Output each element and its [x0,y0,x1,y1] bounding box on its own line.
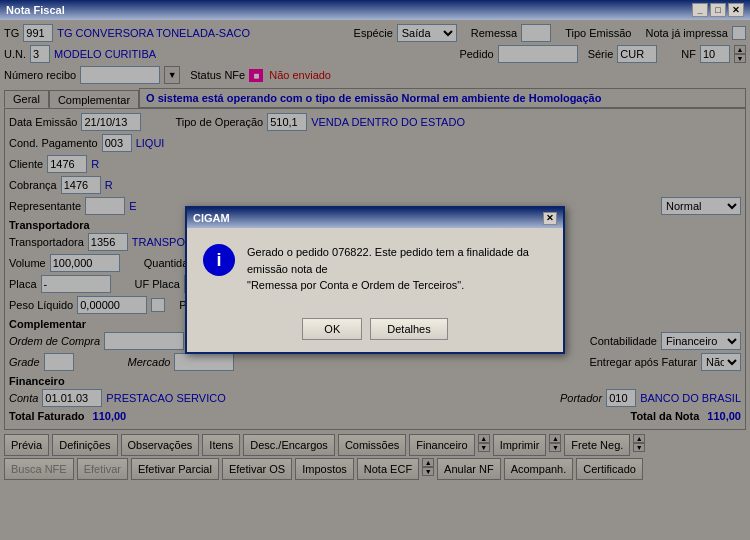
cigam-dialog: CIGAM ✕ i Gerado o pedido 076822. Este p… [185,206,565,354]
close-button[interactable]: ✕ [728,3,744,17]
modal-overlay: CIGAM ✕ i Gerado o pedido 076822. Este p… [0,20,750,540]
window-body: TG TG CONVERSORA TONELADA-SACO Espécie S… [0,20,750,540]
dialog-title-text: CIGAM [193,212,230,224]
dialog-buttons: OK Detalhes [187,310,563,352]
title-bar: Nota Fiscal _ □ ✕ [0,0,750,20]
dialog-close-button[interactable]: ✕ [543,212,557,225]
info-icon: i [203,244,235,276]
window-title: Nota Fiscal [6,4,65,16]
dialog-message: Gerado o pedido 076822. Este pedido tem … [247,244,547,294]
minimize-button[interactable]: _ [692,3,708,17]
dialog-body: i Gerado o pedido 076822. Este pedido te… [187,228,563,310]
maximize-button[interactable]: □ [710,3,726,17]
title-bar-controls: _ □ ✕ [692,3,744,17]
dialog-detalhes-button[interactable]: Detalhes [370,318,447,340]
dialog-ok-button[interactable]: OK [302,318,362,340]
dialog-title-bar: CIGAM ✕ [187,208,563,228]
